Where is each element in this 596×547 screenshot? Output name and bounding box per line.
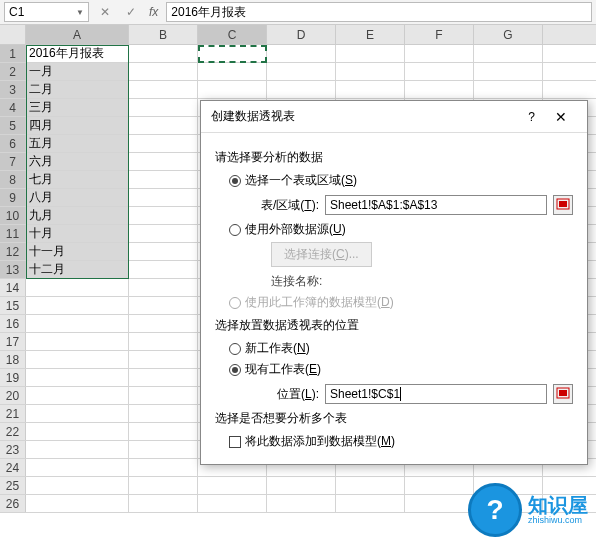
row-header[interactable]: 12: [0, 243, 26, 260]
cell[interactable]: [129, 99, 198, 116]
cell[interactable]: [129, 81, 198, 98]
row-header[interactable]: 5: [0, 117, 26, 134]
cell[interactable]: [267, 63, 336, 80]
cell[interactable]: [26, 351, 129, 368]
cell[interactable]: [129, 441, 198, 458]
fx-icon[interactable]: fx: [147, 5, 160, 19]
cell[interactable]: [129, 261, 198, 278]
cell[interactable]: [129, 243, 198, 260]
col-header[interactable]: D: [267, 25, 336, 44]
cell[interactable]: 一月: [26, 63, 129, 80]
col-header[interactable]: A: [26, 25, 129, 44]
cell[interactable]: [336, 63, 405, 80]
cell[interactable]: [336, 45, 405, 62]
range-select-button[interactable]: [553, 384, 573, 404]
cell[interactable]: [129, 297, 198, 314]
help-button[interactable]: ?: [518, 110, 545, 124]
location-input[interactable]: Sheet1!$C$1: [325, 384, 547, 404]
cell[interactable]: [129, 63, 198, 80]
cell[interactable]: [26, 297, 129, 314]
row-header[interactable]: 20: [0, 387, 26, 404]
cell[interactable]: [474, 63, 543, 80]
cell[interactable]: [129, 459, 198, 476]
cell[interactable]: [26, 315, 129, 332]
row-header[interactable]: 9: [0, 189, 26, 206]
row-header[interactable]: 1: [0, 45, 26, 62]
accept-icon[interactable]: ✓: [121, 2, 141, 22]
col-header[interactable]: E: [336, 25, 405, 44]
cell[interactable]: [474, 45, 543, 62]
cell[interactable]: [26, 279, 129, 296]
cell[interactable]: [129, 405, 198, 422]
cell[interactable]: [129, 495, 198, 512]
row-header[interactable]: 15: [0, 297, 26, 314]
cell[interactable]: [129, 153, 198, 170]
row-header[interactable]: 8: [0, 171, 26, 188]
cell[interactable]: [129, 387, 198, 404]
cell[interactable]: [474, 81, 543, 98]
row-header[interactable]: 2: [0, 63, 26, 80]
row-header[interactable]: 6: [0, 135, 26, 152]
row-header[interactable]: 23: [0, 441, 26, 458]
cell[interactable]: 九月: [26, 207, 129, 224]
cell[interactable]: [198, 63, 267, 80]
col-header[interactable]: B: [129, 25, 198, 44]
close-icon[interactable]: ✕: [545, 109, 577, 125]
row-header[interactable]: 24: [0, 459, 26, 476]
cell[interactable]: [405, 63, 474, 80]
cell[interactable]: [405, 477, 474, 494]
radio-select-range[interactable]: 选择一个表或区域(S): [229, 172, 573, 189]
cell[interactable]: [129, 423, 198, 440]
cell[interactable]: [198, 477, 267, 494]
cell[interactable]: [267, 81, 336, 98]
select-all-corner[interactable]: [0, 25, 26, 44]
row-header[interactable]: 25: [0, 477, 26, 494]
radio-existing-sheet[interactable]: 现有工作表(E): [229, 361, 573, 378]
cancel-icon[interactable]: ✕: [95, 2, 115, 22]
row-header[interactable]: 22: [0, 423, 26, 440]
cell[interactable]: [129, 477, 198, 494]
cell[interactable]: [267, 495, 336, 512]
cell[interactable]: [26, 333, 129, 350]
col-header[interactable]: G: [474, 25, 543, 44]
cell[interactable]: [336, 81, 405, 98]
chevron-down-icon[interactable]: ▼: [76, 8, 84, 17]
cell[interactable]: [26, 423, 129, 440]
col-header[interactable]: F: [405, 25, 474, 44]
cell[interactable]: [129, 135, 198, 152]
cell[interactable]: [129, 315, 198, 332]
cell[interactable]: [198, 45, 267, 62]
row-header[interactable]: 17: [0, 333, 26, 350]
range-select-button[interactable]: [553, 195, 573, 215]
cell[interactable]: [26, 405, 129, 422]
row-header[interactable]: 3: [0, 81, 26, 98]
row-header[interactable]: 7: [0, 153, 26, 170]
cell[interactable]: 十月: [26, 225, 129, 242]
cell[interactable]: 四月: [26, 117, 129, 134]
cell[interactable]: [26, 387, 129, 404]
cell[interactable]: [267, 45, 336, 62]
formula-bar[interactable]: 2016年月报表: [166, 2, 592, 22]
cell[interactable]: [405, 495, 474, 512]
cell[interactable]: [129, 369, 198, 386]
row-header[interactable]: 21: [0, 405, 26, 422]
cell[interactable]: [198, 81, 267, 98]
cell[interactable]: [405, 81, 474, 98]
cell[interactable]: [198, 495, 267, 512]
row-header[interactable]: 11: [0, 225, 26, 242]
cell[interactable]: [336, 477, 405, 494]
cell[interactable]: [129, 117, 198, 134]
radio-new-sheet[interactable]: 新工作表(N): [229, 340, 573, 357]
name-box[interactable]: C1 ▼: [4, 2, 89, 22]
cell[interactable]: [336, 495, 405, 512]
cell[interactable]: [26, 495, 129, 512]
cell[interactable]: 十一月: [26, 243, 129, 260]
cell[interactable]: 三月: [26, 99, 129, 116]
row-header[interactable]: 16: [0, 315, 26, 332]
row-header[interactable]: 13: [0, 261, 26, 278]
cell[interactable]: [129, 351, 198, 368]
row-header[interactable]: 26: [0, 495, 26, 512]
cell[interactable]: [267, 477, 336, 494]
checkbox-add-to-model[interactable]: 将此数据添加到数据模型(M): [229, 433, 573, 450]
row-header[interactable]: 14: [0, 279, 26, 296]
